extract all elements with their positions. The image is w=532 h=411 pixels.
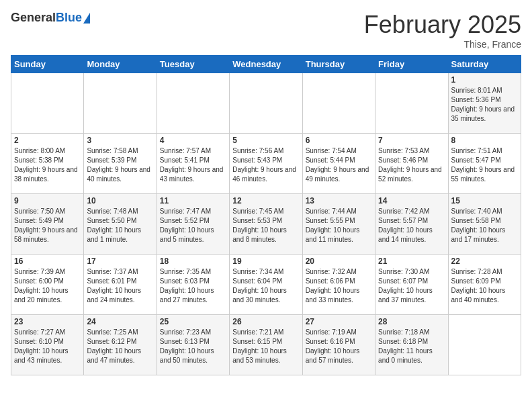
day-number: 18 xyxy=(160,257,226,266)
calendar-cell: 2Sunrise: 8:00 AMSunset: 5:38 PMDaylight… xyxy=(11,134,84,194)
calendar-header-row: SundayMondayTuesdayWednesdayThursdayFrid… xyxy=(11,56,521,73)
calendar-cell: 21Sunrise: 7:30 AMSunset: 6:07 PMDayligh… xyxy=(375,255,448,315)
calendar-cell: 15Sunrise: 7:40 AMSunset: 5:58 PMDayligh… xyxy=(448,194,521,255)
day-number: 6 xyxy=(306,136,372,145)
day-number: 26 xyxy=(232,317,299,326)
calendar-cell: 4Sunrise: 7:57 AMSunset: 5:41 PMDaylight… xyxy=(157,134,229,194)
day-info: Sunrise: 7:23 AMSunset: 6:13 PMDaylight:… xyxy=(160,328,226,365)
calendar-cell: 6Sunrise: 7:54 AMSunset: 5:44 PMDaylight… xyxy=(302,134,375,194)
column-header-tuesday: Tuesday xyxy=(157,56,229,73)
day-number: 22 xyxy=(451,257,518,266)
day-number: 27 xyxy=(306,317,372,326)
calendar-cell: 22Sunrise: 7:28 AMSunset: 6:09 PMDayligh… xyxy=(448,255,521,315)
day-number: 13 xyxy=(306,196,372,205)
logo-blue-text: Blue xyxy=(56,11,82,24)
day-number: 17 xyxy=(87,257,153,266)
day-info: Sunrise: 7:28 AMSunset: 6:09 PMDaylight:… xyxy=(451,267,518,305)
day-info: Sunrise: 7:39 AMSunset: 6:00 PMDaylight:… xyxy=(14,267,81,305)
day-number: 4 xyxy=(160,136,226,145)
day-info: Sunrise: 7:53 AMSunset: 5:46 PMDaylight:… xyxy=(378,146,445,184)
column-header-sunday: Sunday xyxy=(11,56,84,73)
calendar-cell: 10Sunrise: 7:48 AMSunset: 5:50 PMDayligh… xyxy=(84,194,157,255)
title-block: February 2025 Thise, France xyxy=(364,11,521,50)
calendar-cell: 25Sunrise: 7:23 AMSunset: 6:13 PMDayligh… xyxy=(157,315,229,375)
calendar-cell xyxy=(157,73,229,134)
day-info: Sunrise: 7:34 AMSunset: 6:04 PMDaylight:… xyxy=(232,267,299,305)
calendar-week-3: 9Sunrise: 7:50 AMSunset: 5:49 PMDaylight… xyxy=(11,194,521,255)
calendar-cell xyxy=(11,73,84,134)
calendar-cell xyxy=(302,73,375,134)
day-info: Sunrise: 7:42 AMSunset: 5:57 PMDaylight:… xyxy=(378,207,445,244)
day-number: 3 xyxy=(87,136,153,145)
calendar-cell: 9Sunrise: 7:50 AMSunset: 5:49 PMDaylight… xyxy=(11,194,84,255)
day-info: Sunrise: 7:54 AMSunset: 5:44 PMDaylight:… xyxy=(306,146,372,184)
day-number: 8 xyxy=(451,136,518,145)
calendar-week-2: 2Sunrise: 8:00 AMSunset: 5:38 PMDaylight… xyxy=(11,134,521,194)
day-info: Sunrise: 7:50 AMSunset: 5:49 PMDaylight:… xyxy=(14,207,81,244)
day-number: 9 xyxy=(14,196,81,205)
calendar-cell xyxy=(448,315,521,375)
calendar-cell: 19Sunrise: 7:34 AMSunset: 6:04 PMDayligh… xyxy=(230,255,302,315)
calendar-body: 1Sunrise: 8:01 AMSunset: 5:36 PMDaylight… xyxy=(11,73,521,375)
day-number: 7 xyxy=(378,136,445,145)
column-header-monday: Monday xyxy=(84,56,157,73)
day-number: 19 xyxy=(232,257,299,266)
logo: GeneralBlue xyxy=(11,11,90,25)
day-info: Sunrise: 7:25 AMSunset: 6:12 PMDaylight:… xyxy=(87,328,153,365)
day-info: Sunrise: 7:47 AMSunset: 5:52 PMDaylight:… xyxy=(160,207,226,244)
day-info: Sunrise: 7:32 AMSunset: 6:06 PMDaylight:… xyxy=(306,267,372,305)
day-info: Sunrise: 7:21 AMSunset: 6:15 PMDaylight:… xyxy=(232,328,299,365)
day-info: Sunrise: 7:48 AMSunset: 5:50 PMDaylight:… xyxy=(87,207,153,244)
day-number: 24 xyxy=(87,317,153,326)
day-number: 16 xyxy=(14,257,81,266)
location-label: Thise, France xyxy=(364,39,521,50)
day-number: 10 xyxy=(87,196,153,205)
calendar-cell: 13Sunrise: 7:44 AMSunset: 5:55 PMDayligh… xyxy=(302,194,375,255)
calendar-cell xyxy=(230,73,302,134)
calendar-cell: 3Sunrise: 7:58 AMSunset: 5:39 PMDaylight… xyxy=(84,134,157,194)
page-header: GeneralBlue February 2025 Thise, France xyxy=(11,11,521,50)
day-info: Sunrise: 7:51 AMSunset: 5:47 PMDaylight:… xyxy=(451,146,518,184)
day-info: Sunrise: 7:56 AMSunset: 5:43 PMDaylight:… xyxy=(232,146,299,184)
day-info: Sunrise: 7:58 AMSunset: 5:39 PMDaylight:… xyxy=(87,146,153,184)
calendar-cell xyxy=(375,73,448,134)
day-number: 2 xyxy=(14,136,81,145)
calendar-cell: 1Sunrise: 8:01 AMSunset: 5:36 PMDaylight… xyxy=(448,73,521,134)
calendar-cell: 8Sunrise: 7:51 AMSunset: 5:47 PMDaylight… xyxy=(448,134,521,194)
calendar-cell: 11Sunrise: 7:47 AMSunset: 5:52 PMDayligh… xyxy=(157,194,229,255)
day-number: 20 xyxy=(306,257,372,266)
day-info: Sunrise: 8:00 AMSunset: 5:38 PMDaylight:… xyxy=(14,146,81,184)
calendar-cell: 26Sunrise: 7:21 AMSunset: 6:15 PMDayligh… xyxy=(230,315,302,375)
column-header-thursday: Thursday xyxy=(302,56,375,73)
day-info: Sunrise: 7:44 AMSunset: 5:55 PMDaylight:… xyxy=(306,207,372,244)
calendar-cell: 14Sunrise: 7:42 AMSunset: 5:57 PMDayligh… xyxy=(375,194,448,255)
month-title: February 2025 xyxy=(364,11,521,39)
day-info: Sunrise: 7:35 AMSunset: 6:03 PMDaylight:… xyxy=(160,267,226,305)
calendar-cell: 16Sunrise: 7:39 AMSunset: 6:00 PMDayligh… xyxy=(11,255,84,315)
day-number: 11 xyxy=(160,196,226,205)
calendar-table: SundayMondayTuesdayWednesdayThursdayFrid… xyxy=(11,55,521,375)
calendar-cell: 28Sunrise: 7:18 AMSunset: 6:18 PMDayligh… xyxy=(375,315,448,375)
day-info: Sunrise: 8:01 AMSunset: 5:36 PMDaylight:… xyxy=(451,86,518,124)
day-number: 12 xyxy=(232,196,299,205)
calendar-cell: 7Sunrise: 7:53 AMSunset: 5:46 PMDaylight… xyxy=(375,134,448,194)
day-number: 15 xyxy=(451,196,518,205)
column-header-wednesday: Wednesday xyxy=(230,56,302,73)
day-number: 5 xyxy=(232,136,299,145)
day-info: Sunrise: 7:40 AMSunset: 5:58 PMDaylight:… xyxy=(451,207,518,244)
day-number: 14 xyxy=(378,196,445,205)
logo-general-text: General xyxy=(11,11,56,24)
day-info: Sunrise: 7:45 AMSunset: 5:53 PMDaylight:… xyxy=(232,207,299,244)
calendar-cell: 24Sunrise: 7:25 AMSunset: 6:12 PMDayligh… xyxy=(84,315,157,375)
calendar-cell: 5Sunrise: 7:56 AMSunset: 5:43 PMDaylight… xyxy=(230,134,302,194)
day-number: 23 xyxy=(14,317,81,326)
calendar-cell: 27Sunrise: 7:19 AMSunset: 6:16 PMDayligh… xyxy=(302,315,375,375)
day-info: Sunrise: 7:30 AMSunset: 6:07 PMDaylight:… xyxy=(378,267,445,305)
day-number: 25 xyxy=(160,317,226,326)
day-number: 1 xyxy=(451,75,518,85)
day-number: 28 xyxy=(378,317,445,326)
column-header-saturday: Saturday xyxy=(448,56,521,73)
column-header-friday: Friday xyxy=(375,56,448,73)
calendar-cell: 12Sunrise: 7:45 AMSunset: 5:53 PMDayligh… xyxy=(230,194,302,255)
logo-triangle-icon xyxy=(83,13,90,24)
